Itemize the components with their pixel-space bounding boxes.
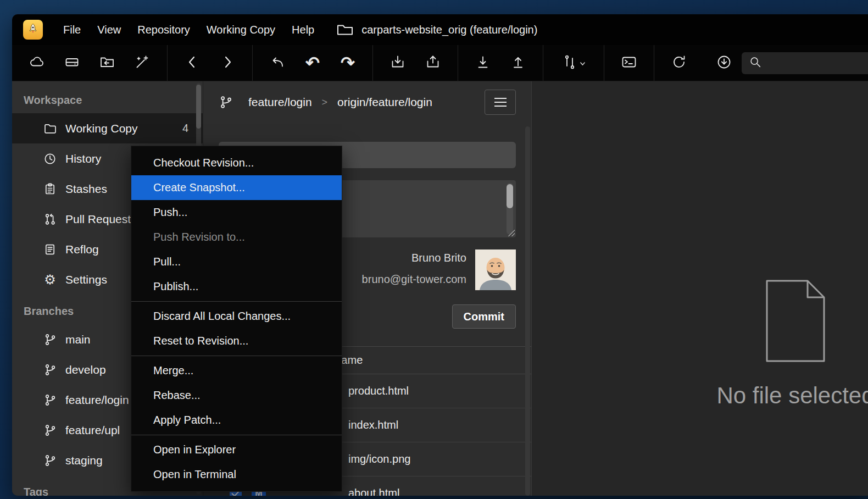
- titlebar: File View Repository Working Copy Help c…: [12, 14, 868, 45]
- menu-separator: [131, 301, 342, 302]
- back-button[interactable]: [175, 49, 210, 77]
- menu-working-copy[interactable]: Working Copy: [198, 21, 283, 39]
- message-scrollbar-thumb[interactable]: [507, 184, 513, 208]
- clipboard-icon: [42, 182, 58, 196]
- chevron-left-icon: [185, 54, 200, 72]
- menu-item-open-in-terminal[interactable]: Open in Terminal: [131, 462, 342, 487]
- menu-item-push[interactable]: Push...: [131, 200, 342, 225]
- magic-wand-icon: [135, 54, 150, 72]
- download-circle-icon: [716, 54, 732, 72]
- menu-help[interactable]: Help: [283, 21, 322, 39]
- push-icon: [510, 54, 526, 72]
- author-name: Bruno Brito: [362, 252, 466, 264]
- menubar: File View Repository Working Copy Help: [55, 21, 322, 39]
- file-name: product.html: [348, 385, 409, 397]
- menu-view[interactable]: View: [89, 21, 129, 39]
- sidebar-item-working-copy[interactable]: Working Copy 4: [12, 113, 203, 143]
- undo-button[interactable]: ↶: [295, 49, 330, 77]
- app-menu-button[interactable]: [23, 20, 43, 40]
- file-list-scrollbar[interactable]: [525, 126, 530, 496]
- stash-pop-icon: [425, 54, 441, 72]
- menu-repository[interactable]: Repository: [129, 21, 198, 39]
- menu-item-merge[interactable]: Merge...: [131, 358, 342, 383]
- commit-button[interactable]: Commit: [452, 304, 516, 329]
- refresh-button[interactable]: [661, 49, 697, 77]
- menu-item-pull[interactable]: Pull...: [131, 250, 342, 274]
- search-icon: [748, 55, 763, 71]
- devices-button[interactable]: [54, 49, 90, 77]
- menu-item-reset-to-revision[interactable]: Reset to Revision...: [131, 329, 342, 353]
- sidebar-item-label: Reflog: [65, 243, 99, 256]
- file-name: about.html: [348, 487, 399, 496]
- forward-button[interactable]: [210, 49, 245, 77]
- sidebar-item-label: main: [65, 333, 91, 346]
- branch-icon: [42, 454, 58, 467]
- menu-item-push-revision-to: Push Revision to...: [131, 225, 342, 250]
- toolbar: ↶ ↷: [12, 45, 868, 81]
- sidebar-item-label: Pull Requests: [65, 213, 137, 226]
- menu-item-publish[interactable]: Publish...: [131, 274, 342, 299]
- branch-options-button[interactable]: [485, 90, 516, 115]
- author-email: bruno@git-tower.com: [362, 273, 466, 286]
- branch-icon: [219, 95, 233, 109]
- menu-item-open-in-explorer[interactable]: Open in Explorer: [131, 437, 342, 462]
- compare-icon: [562, 54, 577, 72]
- menu-item-apply-patch[interactable]: Apply Patch...: [131, 408, 342, 433]
- tower-window: File View Repository Working Copy Help c…: [12, 14, 868, 496]
- menu-item-rebase[interactable]: Rebase...: [131, 383, 342, 408]
- menu-separator: [131, 435, 342, 435]
- apply-stash-button[interactable]: [415, 49, 450, 77]
- branch-icon: [42, 424, 58, 437]
- cloud-icon: [29, 54, 44, 72]
- folder-icon: [42, 122, 58, 135]
- redo-button[interactable]: ↷: [330, 49, 365, 77]
- journal-icon: [42, 243, 58, 256]
- sidebar-item-label: History: [65, 152, 101, 165]
- terminal-icon: [621, 54, 637, 72]
- menu-item-checkout-revision[interactable]: Checkout Revision...: [131, 151, 342, 175]
- sidebar-item-label: feature/login: [65, 393, 129, 407]
- push-button[interactable]: [500, 49, 536, 77]
- branch-tracking-separator: >: [322, 97, 328, 108]
- branch-bar: feature/login > origin/feature/login: [203, 81, 531, 123]
- open-terminal-button[interactable]: [611, 49, 647, 77]
- updates-button[interactable]: [706, 49, 742, 77]
- sidebar-item-label: Working Copy: [65, 122, 138, 135]
- tracking-branch-label[interactable]: origin/feature/login: [337, 96, 432, 109]
- menu-item-discard-all-local-changes[interactable]: Discard All Local Changes...: [131, 304, 342, 329]
- working-copy-context-menu: Checkout Revision... Create Snapshot... …: [131, 146, 342, 492]
- folder-icon: [337, 23, 353, 36]
- chevron-down-icon: [580, 58, 586, 68]
- search-field[interactable]: [742, 52, 868, 74]
- file-name: index.html: [348, 419, 398, 431]
- stash-button[interactable]: [380, 49, 415, 77]
- search-input[interactable]: [767, 57, 868, 69]
- open-repository-button[interactable]: [90, 49, 125, 77]
- discard-button[interactable]: [260, 49, 295, 77]
- pull-button[interactable]: [465, 49, 500, 77]
- undo-icon: ↶: [305, 54, 320, 71]
- chevron-right-icon: [220, 54, 235, 72]
- current-branch-label[interactable]: feature/login: [248, 96, 312, 109]
- compare-button[interactable]: [550, 49, 597, 77]
- folder-arrow-icon: [99, 54, 115, 72]
- sidebar-item-label: Stashes: [65, 182, 107, 196]
- menu-separator: [131, 356, 342, 356]
- menu-item-create-snapshot[interactable]: Create Snapshot...: [131, 175, 342, 200]
- hamburger-icon: [494, 98, 507, 99]
- quick-actions-button[interactable]: [125, 49, 160, 77]
- redo-icon: ↷: [341, 54, 355, 71]
- desktop: { "titlebar": { "menus": ["File", "View"…: [0, 0, 868, 499]
- refresh-icon: [671, 54, 687, 72]
- services-button[interactable]: [19, 49, 54, 77]
- branch-icon: [42, 363, 58, 376]
- gear-icon: ⚙: [42, 273, 58, 286]
- empty-file-icon: [763, 279, 828, 365]
- sidebar-item-label: Settings: [65, 273, 107, 286]
- sidebar-header-workspace: Workspace: [12, 87, 203, 113]
- changes-count-badge: 4: [182, 122, 188, 135]
- sidebar-scrollbar-thumb[interactable]: [196, 85, 201, 129]
- clock-icon: [42, 152, 58, 165]
- repo-chip: carparts-website_orig (feature/login): [337, 23, 537, 36]
- menu-file[interactable]: File: [55, 21, 89, 39]
